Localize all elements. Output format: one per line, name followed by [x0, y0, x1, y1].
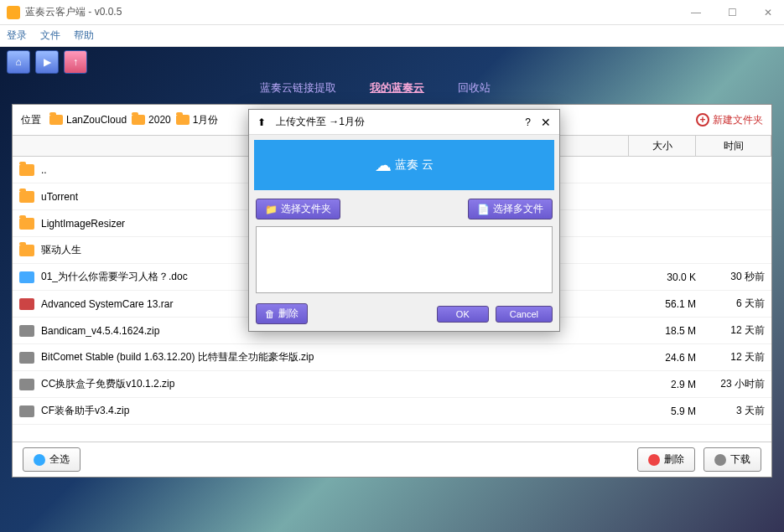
trash-icon: 🗑 — [265, 308, 275, 320]
tab-recycle[interactable]: 回收站 — [449, 77, 499, 99]
dialog-title-prefix: 上传文件至 → — [276, 115, 339, 129]
dialog-select-row: 📁选择文件夹 📄选择多文件 — [249, 195, 559, 223]
file-size: 24.6 M — [636, 352, 696, 364]
file-type-icon — [19, 218, 34, 230]
files-icon: 📄 — [477, 204, 490, 215]
new-folder-button[interactable]: + 新建文件夹 — [696, 113, 763, 127]
table-row[interactable]: BitComet Stable (build 1.63.12.20) 比特彗星全… — [13, 344, 771, 371]
breadcrumb-item[interactable]: 2020 — [132, 114, 171, 126]
dialog-close-button[interactable]: ✕ — [541, 116, 551, 129]
dialog-action-row: 🗑删除 OK Cancel — [249, 297, 559, 331]
toolbar-home-button[interactable]: ⌂ — [7, 50, 30, 74]
file-size: 56.1 M — [636, 298, 696, 310]
delete-button[interactable]: 删除 — [637, 447, 695, 472]
upload-icon: ⬆ — [257, 116, 269, 128]
file-size: 5.9 M — [636, 405, 696, 417]
tab-mine[interactable]: 我的蓝奏云 — [361, 77, 433, 99]
file-name: BitComet Stable (build 1.63.12.20) 比特彗星全… — [41, 350, 636, 364]
close-button[interactable]: ✕ — [759, 3, 777, 22]
menu-login[interactable]: 登录 — [7, 28, 27, 43]
plus-icon: + — [696, 113, 709, 127]
dialog-ok-button[interactable]: OK — [437, 306, 489, 323]
file-time: 12 天前 — [696, 350, 765, 364]
select-all-button[interactable]: 全选 — [23, 447, 80, 472]
breadcrumb-item[interactable]: LanZouCloud — [49, 114, 127, 126]
file-size: 30.0 K — [636, 271, 696, 283]
window-controls: — ☐ ✕ — [686, 3, 777, 22]
col-size[interactable]: 大小 — [629, 136, 696, 156]
table-row[interactable]: CC换肤盒子免费版v10.1.2.zip2.9 M23 小时前 — [13, 371, 771, 398]
file-size: 2.9 M — [636, 379, 696, 390]
table-row[interactable]: CF装备助手v3.4.zip5.9 M3 天前 — [13, 398, 771, 425]
toolbar: ⌂ ▶ ↑ — [0, 47, 784, 77]
file-time: 23 小时前 — [696, 377, 765, 391]
menu-file[interactable]: 文件 — [40, 28, 60, 43]
file-name: CC换肤盒子免费版v10.1.2.zip — [41, 377, 636, 391]
upload-dialog: ⬆ 上传文件至 → 1月份 ? ✕ 蓝奏 云 📁选择文件夹 📄选择多文件 🗑删除… — [248, 109, 560, 332]
minimize-button[interactable]: — — [686, 3, 706, 22]
select-files-button[interactable]: 📄选择多文件 — [468, 199, 553, 220]
file-time: 12 天前 — [696, 323, 765, 338]
dialog-title-target: 1月份 — [339, 115, 365, 129]
panel-footer: 全选 删除 下载 — [13, 442, 771, 477]
download-icon — [714, 454, 726, 466]
file-type-icon — [19, 325, 34, 337]
file-type-icon — [19, 271, 34, 283]
file-type-icon — [19, 352, 34, 364]
file-type-icon — [19, 245, 34, 256]
menubar: 登录 文件 帮助 — [0, 25, 784, 47]
breadcrumb-label: 位置 — [21, 113, 41, 127]
dialog-delete-button[interactable]: 🗑删除 — [256, 303, 308, 324]
file-type-icon — [19, 191, 34, 203]
breadcrumb-item[interactable]: 1月份 — [176, 113, 219, 127]
col-time[interactable]: 时间 — [696, 136, 771, 156]
file-name: CF装备助手v3.4.zip — [41, 404, 636, 418]
check-icon — [34, 454, 45, 466]
folder-icon — [176, 115, 190, 125]
file-type-icon — [19, 379, 34, 390]
app-logo-icon — [7, 6, 20, 19]
dialog-help-button[interactable]: ? — [525, 116, 531, 128]
tab-extract[interactable]: 蓝奏云链接提取 — [252, 77, 345, 99]
window-title: 蓝奏云客户端 - v0.0.5 — [25, 5, 122, 19]
file-type-icon — [19, 164, 34, 176]
trash-icon — [648, 454, 660, 466]
file-time: 30 秒前 — [696, 270, 765, 284]
folder-icon: 📁 — [265, 204, 278, 215]
file-type-icon — [19, 298, 34, 310]
menu-help[interactable]: 帮助 — [74, 28, 94, 43]
dialog-titlebar: ⬆ 上传文件至 → 1月份 ? ✕ — [249, 110, 559, 135]
main-tabs: 蓝奏云链接提取 我的蓝奏云 回收站 — [252, 77, 784, 99]
maximize-button[interactable]: ☐ — [723, 3, 742, 22]
download-button[interactable]: 下载 — [704, 447, 761, 472]
folder-icon — [132, 115, 145, 125]
lanzou-logo: 蓝奏 云 — [375, 155, 434, 175]
toolbar-nav-button[interactable]: ▶ — [35, 50, 59, 74]
file-time: 6 天前 — [696, 297, 765, 311]
folder-icon — [49, 115, 63, 125]
dialog-cancel-button[interactable]: Cancel — [496, 306, 553, 323]
select-folder-button[interactable]: 📁选择文件夹 — [256, 199, 340, 220]
dialog-file-list[interactable] — [256, 226, 553, 293]
file-type-icon — [19, 405, 34, 417]
file-time: 3 天前 — [696, 404, 765, 418]
dialog-banner: 蓝奏 云 — [254, 140, 554, 190]
titlebar: 蓝奏云客户端 - v0.0.5 — ☐ ✕ — [0, 0, 784, 25]
toolbar-upload-button[interactable]: ↑ — [64, 50, 87, 74]
file-size: 18.5 M — [636, 325, 696, 337]
